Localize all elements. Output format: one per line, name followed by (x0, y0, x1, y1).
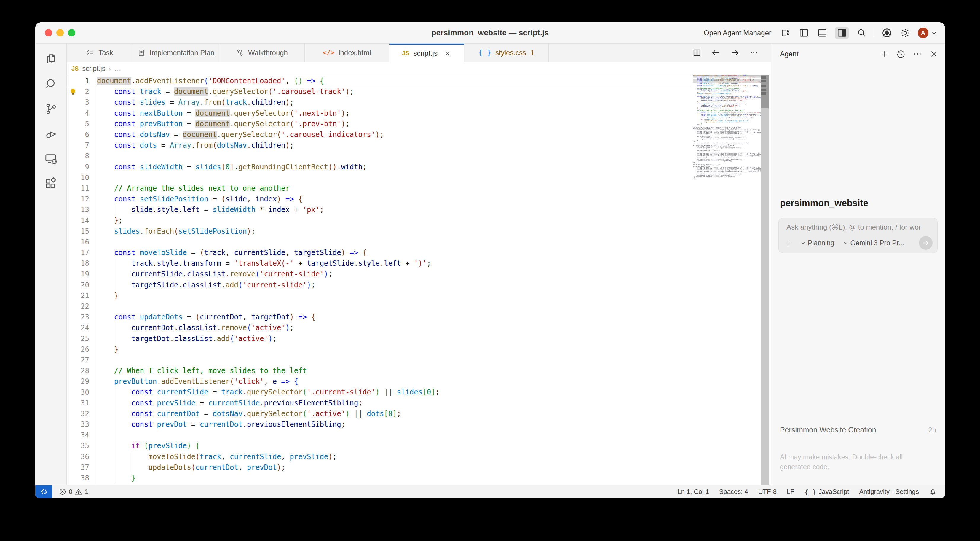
code-line[interactable]: 20 targetSlide.classList.add('current-sl… (67, 280, 691, 290)
code-line[interactable]: 18 track.style.transform = 'translateX(-… (67, 258, 691, 269)
tab-implementation-plan[interactable]: Implementation Plan (133, 44, 219, 62)
tab-index-html[interactable]: </>index.html (305, 44, 389, 62)
open-agent-manager-button[interactable]: Open Agent Manager (704, 29, 771, 37)
tab-script-js[interactable]: JSscript.js (389, 44, 464, 62)
model-dropdown[interactable]: Gemini 3 Pro Pr... (843, 239, 904, 247)
code-line[interactable]: 17 const moveToSlide = (track, currentSl… (67, 247, 691, 258)
modified-count: 1 (530, 49, 534, 57)
code-line[interactable]: 35 if (prevSlide) { (67, 440, 691, 451)
cursor-position[interactable]: Ln 1, Col 1 (678, 488, 709, 496)
code-line[interactable]: 30 const currentSlide = track.querySelec… (67, 387, 691, 397)
eol-sequence[interactable]: LF (787, 488, 794, 496)
code-editor[interactable]: 1document.addEventListener('DOMContentLo… (67, 75, 771, 485)
code-line[interactable]: 37 updateDots(currentDot, prevDot); (67, 462, 691, 473)
code-line[interactable]: 38 } (67, 473, 691, 484)
settings-status[interactable]: Antigravity - Settings (859, 488, 919, 496)
css-icon: { } (479, 49, 491, 57)
tab-task[interactable]: Task (67, 44, 133, 62)
code-line[interactable]: 4 const nextButton = document.querySelec… (67, 108, 691, 119)
remote-explorer-icon[interactable] (35, 146, 67, 171)
toggle-right-panel-icon[interactable] (835, 27, 849, 39)
zoom-window-button[interactable] (68, 29, 75, 37)
code-line[interactable]: 9 const slideWidth = slides[0].getBoundi… (67, 162, 691, 172)
close-tab-icon[interactable] (444, 50, 451, 57)
tab-walkthrough[interactable]: Walkthrough (219, 44, 305, 62)
code-line[interactable]: 2 const track = document.querySelector('… (67, 86, 691, 97)
close-window-button[interactable] (45, 29, 52, 37)
conversation-item[interactable]: Persimmon Website Creation 2h (780, 426, 936, 434)
code-line[interactable]: 33 const prevDot = currentDot.previousEl… (67, 419, 691, 430)
code-line[interactable]: 28 // When I click left, move slides to … (67, 365, 691, 376)
close-panel-icon[interactable] (930, 50, 938, 58)
tab-styles-css[interactable]: { }styles.css1 (464, 44, 549, 62)
minimap[interactable]: document.addEventListener('DOMContentLoa… (693, 75, 761, 485)
lightbulb-icon[interactable] (69, 88, 77, 96)
history-icon[interactable] (896, 49, 905, 58)
search-sidebar-icon[interactable] (35, 72, 67, 96)
code-line[interactable]: 25 targetDot.classList.add('active'); (67, 334, 691, 344)
conversation-title[interactable]: Persimmon Website Creation (780, 426, 876, 434)
more-actions-icon[interactable] (913, 49, 922, 58)
run-debug-icon[interactable] (35, 121, 67, 146)
attach-plus-icon[interactable] (785, 239, 793, 247)
code-line[interactable]: 6 const dotsNav = document.querySelector… (67, 129, 691, 140)
code-line[interactable]: 29 prevButton.addEventListener('click', … (67, 376, 691, 387)
encoding[interactable]: UTF-8 (758, 488, 776, 496)
code-line[interactable]: 34 (67, 430, 691, 440)
bell-icon[interactable] (929, 488, 937, 496)
line-number: 27 (67, 356, 89, 364)
code-line[interactable]: 22 (67, 301, 691, 312)
breadcrumb-more[interactable]: … (115, 65, 121, 73)
code-line[interactable]: 39 }); (67, 484, 691, 485)
code-line[interactable]: 15 slides.forEach(setSlidePosition); (67, 226, 691, 237)
editor-scrollbar[interactable] (761, 75, 768, 485)
code-line[interactable]: 36 moveToSlide(track, currentSlide, prev… (67, 452, 691, 462)
code-line[interactable]: 3 const slides = Array.from(track.childr… (67, 97, 691, 108)
code-line[interactable]: 11 // Arrange the slides next to one ano… (67, 183, 691, 194)
indentation[interactable]: Spaces: 4 (719, 488, 748, 496)
code-line[interactable]: 21 } (67, 290, 691, 301)
breadcrumb-file[interactable]: script.js (82, 65, 105, 73)
send-button[interactable] (919, 236, 932, 250)
mode-dropdown[interactable]: Planning (800, 239, 834, 247)
toggle-bottom-panel-icon[interactable] (816, 27, 828, 39)
code-line[interactable]: 31 const prevSlide = currentSlide.previo… (67, 398, 691, 409)
code-line[interactable]: 14 }; (67, 215, 691, 226)
toggle-left-panel-icon[interactable] (798, 27, 810, 39)
explorer-icon[interactable] (35, 46, 67, 72)
customize-layout-icon[interactable] (780, 27, 791, 39)
extensions-icon[interactable] (35, 171, 67, 196)
code-line[interactable]: 8 (67, 151, 691, 161)
split-editor-icon[interactable] (692, 47, 702, 59)
code-line[interactable]: 16 (67, 237, 691, 247)
code-line[interactable]: 10 (67, 172, 691, 183)
language-mode[interactable]: { } JavaScript (805, 488, 849, 496)
code-line[interactable]: 23 const updateDots = (currentDot, targe… (67, 312, 691, 322)
agent-input[interactable]: Ask anything (⌘L), @ to mention, / for w… (786, 223, 934, 231)
breadcrumb[interactable]: JS script.js › … (67, 62, 771, 75)
browser-icon[interactable] (881, 27, 893, 39)
code-line[interactable]: 26 } (67, 344, 691, 355)
code-line[interactable]: 32 const currentDot = dotsNav.querySelec… (67, 409, 691, 419)
code-line[interactable]: 5 const prevButton = document.querySelec… (67, 119, 691, 129)
code-line[interactable]: 19 currentSlide.classList.remove('curren… (67, 269, 691, 279)
problems-indicator[interactable]: 0 1 (59, 488, 89, 496)
code-line[interactable]: 27 (67, 355, 691, 365)
line-number: 36 (67, 453, 89, 461)
gear-icon[interactable] (899, 27, 911, 39)
minimize-window-button[interactable] (56, 29, 64, 37)
code-line[interactable]: 13 slide.style.left = slideWidth * index… (67, 204, 691, 215)
back-arrow-icon[interactable] (711, 47, 721, 59)
search-icon[interactable] (856, 27, 867, 39)
source-control-icon[interactable] (35, 96, 67, 121)
code-line[interactable]: 12 const setSlidePosition = (slide, inde… (67, 194, 691, 204)
code-line[interactable]: 1document.addEventListener('DOMContentLo… (67, 76, 691, 86)
code-line[interactable]: 24 currentDot.classList.remove('active')… (67, 322, 691, 333)
remote-indicator[interactable] (35, 485, 52, 498)
code-line[interactable]: 7 const dots = Array.from(dotsNav.childr… (67, 140, 691, 151)
new-conversation-icon[interactable] (880, 50, 889, 58)
forward-arrow-icon[interactable] (730, 47, 740, 59)
account-menu[interactable]: A (918, 27, 937, 38)
agent-input-card[interactable]: Ask anything (⌘L), @ to mention, / for w… (778, 218, 938, 253)
more-ellipsis-icon[interactable] (749, 47, 759, 59)
